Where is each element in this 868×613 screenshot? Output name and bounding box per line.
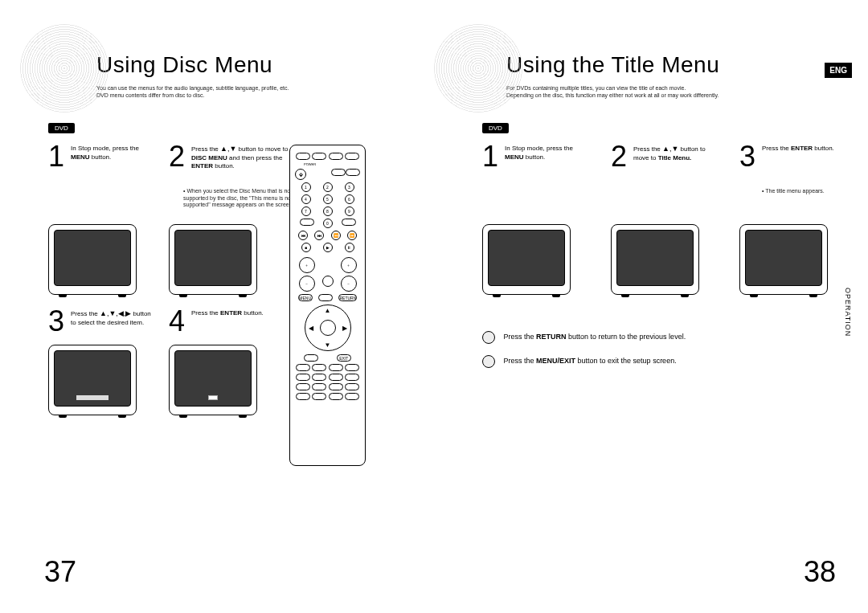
page-title: Using Disc Menu: [96, 52, 410, 78]
page-title: Using the Title Menu: [506, 52, 844, 78]
footer-text: Press the: [504, 358, 537, 366]
footer-text: button to return to the previous level.: [567, 333, 686, 341]
dvd-badge: DVD: [48, 123, 75, 133]
step-text: In Stop mode, press the MENU button.: [71, 145, 151, 161]
bullet-icon: [482, 331, 495, 344]
language-badge: ENG: [825, 63, 852, 78]
step-text: Press the ▲,▼ button to move to DISC MEN…: [191, 145, 304, 170]
tv-illustration: [48, 224, 137, 295]
dvd-badge: DVD: [482, 123, 509, 133]
right-arrow-icon: ▶: [342, 325, 347, 332]
step-text-line: button.: [242, 309, 264, 317]
exit-instruction: Press the MENU/EXIT button to exit the s…: [482, 355, 677, 368]
menuexit-label: MENU/EXIT: [536, 358, 575, 366]
step-text: Press the ▲,▼ button to move to Title Me…: [633, 145, 714, 162]
step-text: Press the ENTER button.: [191, 309, 272, 317]
step-text: Press the ENTER button.: [762, 145, 842, 153]
arrows-icon: ▲,▼,◀,▶: [100, 309, 131, 317]
step-number: 2: [169, 140, 185, 174]
enter-button-icon: [320, 320, 336, 336]
step-text: In Stop mode, press the MENU button.: [505, 145, 585, 161]
step-text-line: Press the: [71, 310, 100, 317]
step-text-line: and then press the: [227, 154, 283, 161]
step-text: Press the ▲,▼,◀,▶ button to select the d…: [71, 309, 151, 327]
down-arrow-icon: ▼: [325, 341, 331, 349]
tv-illustration: [482, 224, 571, 295]
return-label: RETURN: [536, 333, 567, 341]
step-number: 2: [611, 140, 627, 174]
step-text-line: In Stop mode, press the: [505, 145, 573, 152]
enter-label: ENTER: [191, 162, 213, 170]
step-text-line: button.: [90, 153, 112, 161]
up-arrow-icon: ▲: [325, 307, 331, 314]
step-note: • The title menu appears.: [762, 188, 858, 194]
page-subtitle: For DVDs containing multiple titles, you…: [506, 84, 747, 99]
decorative-swirl: [20, 24, 108, 112]
operation-tab: OPERATION: [842, 281, 854, 343]
step-text-line: button.: [524, 153, 546, 161]
power-icon: ⏻: [295, 169, 306, 180]
step-text-line: Press the: [191, 309, 220, 317]
footer-text: Press the: [504, 333, 537, 341]
up-down-icon: ▲,▼: [220, 145, 236, 153]
return-instruction: Press the RETURN button to return to the…: [482, 331, 686, 344]
step-text-line: In Stop mode, press the: [71, 145, 139, 152]
step-number: 1: [48, 140, 64, 174]
step-text-line: button to move to: [236, 145, 288, 153]
step-text-line: Press the: [191, 145, 220, 153]
step-text-line: button.: [213, 162, 235, 170]
remote-control-illustration: POWER ⏻ 123 456 789 0 ⏮⏭⏪⏩ ■▶⏸ ＋＋ －－ MEN…: [289, 145, 366, 466]
bullet-icon: [482, 355, 495, 368]
titlemenu-label: Title Menu.: [658, 154, 692, 161]
left-arrow-icon: ◀: [309, 325, 313, 332]
step-text-line: Press the: [762, 145, 791, 152]
step-number: 4: [169, 304, 185, 338]
decorative-swirl: [434, 24, 522, 112]
up-down-icon: ▲,▼: [662, 145, 678, 153]
tv-illustration: [48, 345, 137, 415]
step-number: 1: [482, 140, 498, 174]
page-37: Using Disc Menu You can use the menus fo…: [0, 0, 434, 613]
menu-label: MENU: [71, 153, 90, 161]
nav-ring: ▲ ▼ ◀ ▶: [305, 304, 351, 351]
page-number: 38: [804, 555, 836, 589]
tv-illustration: [611, 224, 699, 295]
step-note: • When you select the Disc Menu that is …: [183, 188, 304, 208]
tv-illustration: [739, 224, 828, 295]
step-number: 3: [739, 140, 755, 174]
footer-text: button to exit the setup screen.: [575, 358, 677, 366]
step-text-line: Press the: [633, 145, 662, 153]
page-number: 37: [44, 555, 76, 589]
tv-illustration: [169, 224, 257, 295]
page-38: Using the Title Menu For DVDs containing…: [434, 0, 868, 613]
page-subtitle: You can use the menus for the audio lang…: [96, 84, 338, 99]
step-number: 3: [48, 304, 64, 338]
menu-label: MENU: [505, 153, 524, 161]
enter-label: ENTER: [220, 309, 242, 317]
tv-illustration: [169, 345, 257, 415]
discmenu-label: DISC MENU: [191, 154, 227, 161]
step-text-line: button.: [813, 145, 834, 152]
enter-label: ENTER: [791, 145, 813, 152]
